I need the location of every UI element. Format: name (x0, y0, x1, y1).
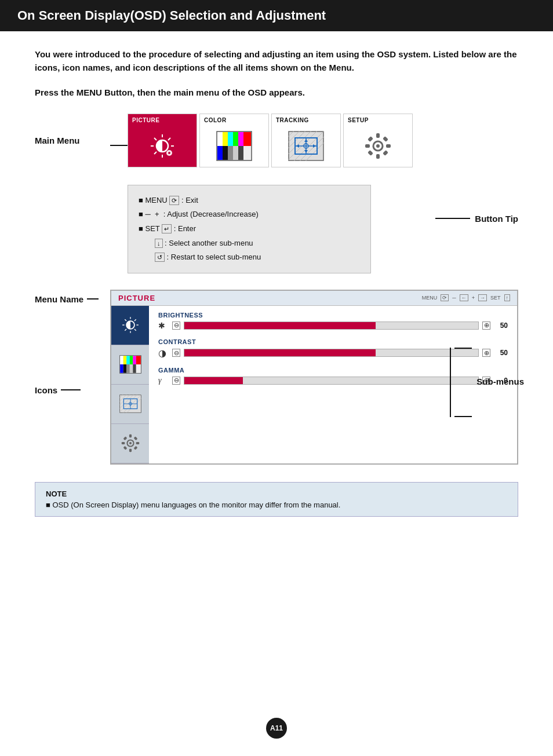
svg-point-42 (376, 144, 380, 148)
osd-header-title: PICTURE (118, 294, 155, 302)
ctrl-set-btn: ↑ (504, 294, 511, 301)
sub-menus-annotation: Sub-menus (450, 348, 524, 417)
ctrl-menu-btn: ⟳ (441, 294, 449, 301)
svg-line-59 (125, 329, 126, 331)
osd-icon-tracking (111, 385, 149, 424)
menu-card-tracking-title: TRACKING (272, 114, 340, 125)
osd-setup-icon (120, 433, 141, 454)
menu-card-picture-title: PICTURE (128, 114, 197, 125)
osd-icon-color (111, 345, 149, 385)
svg-rect-46 (386, 144, 391, 148)
svg-rect-68 (123, 364, 126, 373)
svg-rect-50 (383, 150, 388, 156)
note-text: ■ OSD (On Screen Display) menu languages… (46, 501, 507, 509)
main-menu-section: Main Menu PICTURE (35, 114, 518, 167)
svg-line-5 (154, 138, 157, 140)
tip-line-1: ■ MENU ⟳ : Exit (139, 193, 360, 208)
menu-name-label: Menu Name (35, 294, 99, 304)
menu-card-setup-title: SETUP (344, 114, 412, 125)
osd-icon-picture (111, 306, 149, 345)
brightness-value: 50 (494, 322, 508, 330)
slider-contrast-label: CONTRAST (158, 338, 508, 345)
button-tip-box: ■ MENU ⟳ : Exit ■ ─ + : Adjust (Decrease… (128, 185, 371, 273)
svg-rect-49 (368, 150, 373, 156)
svg-line-57 (134, 329, 136, 331)
svg-rect-21 (233, 146, 238, 160)
ctrl-left-btn: ← (460, 294, 468, 301)
note-box: NOTE ■ OSD (On Screen Display) menu lang… (35, 482, 518, 517)
brightness-track (184, 322, 479, 330)
svg-rect-22 (238, 146, 243, 160)
svg-rect-89 (121, 442, 125, 444)
button-tip-label: Button Tip (470, 214, 518, 224)
menu-card-tracking[interactable]: TRACKING (271, 114, 341, 167)
contrast-minus[interactable]: ⊖ (172, 349, 180, 357)
svg-rect-65 (133, 356, 136, 365)
svg-rect-45 (365, 144, 370, 148)
intro-paragraph: You were introduced to the procedure of … (35, 48, 518, 75)
press-text: Press the MENU Button, then the main men… (35, 87, 518, 97)
icons-label: Icons (35, 385, 81, 395)
sub-menus-label: Sub-menus (472, 348, 524, 386)
svg-rect-19 (223, 146, 228, 160)
svg-rect-72 (136, 364, 140, 373)
brightness-minus[interactable]: ⊖ (172, 322, 180, 330)
menu-card-setup-icon (344, 125, 412, 167)
svg-rect-92 (133, 437, 137, 441)
svg-point-86 (129, 442, 131, 444)
button-tip-section: ■ MENU ⟳ : Exit ■ ─ + : Adjust (Decrease… (35, 185, 518, 273)
svg-rect-61 (120, 356, 123, 365)
gamma-minus[interactable]: ⊖ (172, 377, 180, 385)
ctrl-minus: ─ (452, 295, 456, 301)
svg-rect-71 (133, 364, 136, 373)
tip-line-3: ■ SET ↵ : Enter (139, 222, 360, 236)
menu-card-picture[interactable]: PICTURE (128, 114, 197, 167)
osd-header-controls: MENU ⟳ ─ ← + → SET ↑ (422, 294, 510, 301)
svg-rect-14 (228, 132, 233, 146)
menu-cards: PICTURE (128, 114, 518, 167)
svg-rect-47 (368, 136, 373, 142)
svg-rect-12 (217, 132, 223, 146)
slider-brightness: BRIGHTNESS ✱ ⊖ ⊕ 50 (158, 312, 508, 330)
svg-point-10 (168, 152, 170, 154)
tip-line-5: ↺ : Restart to select sub-menu (139, 250, 360, 265)
svg-rect-90 (136, 442, 139, 444)
brightness-plus[interactable]: ⊕ (482, 322, 490, 330)
menu-card-setup[interactable]: SETUP (343, 114, 413, 167)
svg-rect-44 (376, 154, 380, 159)
setup-icon (363, 131, 393, 161)
slider-brightness-label: BRIGHTNESS (158, 312, 508, 319)
osd-icons-col (111, 306, 149, 463)
contrast-track (184, 349, 479, 357)
osd-tracking-icon (119, 395, 141, 413)
contrast-icon: ◑ (158, 348, 169, 359)
svg-rect-63 (126, 356, 130, 365)
osd-picture-icon (120, 315, 141, 335)
svg-rect-18 (217, 146, 223, 160)
ctrl-plus: + (472, 295, 475, 301)
tip-line-2: ■ ─ + : Adjust (Decrease/Increase) (139, 207, 360, 222)
svg-line-58 (134, 320, 136, 322)
svg-rect-16 (238, 132, 243, 146)
menu-card-color-title: COLOR (200, 114, 268, 125)
svg-rect-94 (133, 446, 137, 450)
svg-line-8 (154, 152, 157, 154)
svg-rect-15 (233, 132, 238, 146)
ctrl-menu: MENU (422, 295, 438, 301)
svg-rect-23 (243, 146, 251, 160)
svg-rect-48 (383, 136, 388, 142)
svg-rect-62 (123, 356, 126, 365)
svg-rect-87 (129, 434, 131, 438)
brightness-icon: ✱ (158, 321, 169, 330)
tip-line-4: ↓ : Select another sub-menu (139, 236, 360, 251)
svg-rect-93 (123, 446, 127, 450)
svg-rect-66 (136, 356, 140, 365)
main-menu-label: Main Menu (35, 114, 110, 145)
brightness-fill (184, 322, 376, 329)
svg-rect-13 (223, 132, 228, 146)
menu-card-color-icon (200, 125, 268, 167)
menu-card-tracking-icon (272, 125, 340, 167)
page-header: On Screen Display(OSD) Selection and Adj… (0, 0, 553, 31)
menu-card-color[interactable]: COLOR (199, 114, 269, 167)
svg-rect-17 (243, 132, 251, 146)
